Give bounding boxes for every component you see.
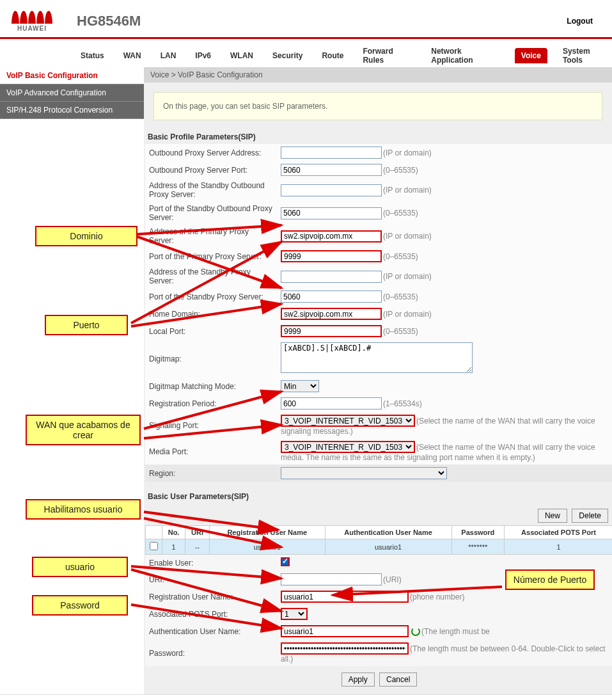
- svg-line-5: [144, 392, 281, 429]
- svg-line-1: [137, 225, 281, 234]
- callout-wan: WAN que acabamos de crear: [26, 415, 141, 445]
- svg-line-3: [131, 242, 281, 323]
- svg-line-12: [333, 587, 502, 595]
- callout-usuario: usuario: [32, 557, 128, 577]
- callout-dominio: Dominio: [35, 226, 137, 246]
- callout-password: Password: [32, 595, 128, 616]
- svg-line-8: [144, 518, 281, 547]
- svg-line-11: [131, 605, 281, 628]
- callout-puerto: Puerto: [45, 315, 128, 335]
- svg-line-6: [144, 425, 281, 438]
- svg-line-7: [144, 512, 278, 530]
- callout-numpuerto: Número de Puerto: [505, 569, 595, 590]
- callout-hab: Habilitamos usuario: [26, 499, 141, 520]
- svg-line-4: [131, 304, 281, 326]
